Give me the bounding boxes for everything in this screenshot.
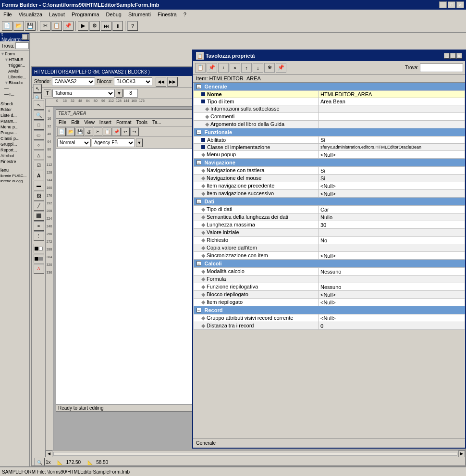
tree-item-librerie-ogg[interactable]: lbrerie di ogg... xyxy=(0,178,29,184)
scroll-left-btn[interactable]: ◀ xyxy=(46,451,52,457)
menu-help[interactable]: ? xyxy=(182,11,188,18)
draw-bar-h-btn[interactable]: ≡ xyxy=(34,221,44,231)
html-format-select[interactable]: Normal xyxy=(57,138,91,147)
menu-finestra[interactable]: Finestra xyxy=(156,11,178,18)
props-freeze-btn[interactable]: ❄ xyxy=(264,63,275,73)
toolbar-open-btn[interactable]: 📂 xyxy=(13,21,24,31)
draw-check-btn[interactable]: ☑ xyxy=(34,161,44,170)
tree-item-lenu[interactable]: lenu xyxy=(0,167,29,173)
color-white[interactable] xyxy=(39,247,43,251)
toolbar-compile-btn[interactable]: ⚙ xyxy=(89,21,100,31)
toolbar-save-btn[interactable]: 💾 xyxy=(25,21,36,31)
html-font-dd-btn[interactable]: ▼ xyxy=(136,138,143,147)
blocco-select[interactable]: BLOCK3 xyxy=(114,77,152,86)
html-cut-btn[interactable]: ✂ xyxy=(94,127,102,136)
props-maximize-btn[interactable]: □ xyxy=(450,53,456,59)
menu-strumenti[interactable]: Strumenti xyxy=(127,11,152,18)
tree-item-attr[interactable]: Attribut... xyxy=(0,153,29,159)
draw-arrow-btn[interactable]: ↖ xyxy=(34,100,44,110)
draw-rect-btn[interactable]: □ xyxy=(34,120,44,130)
maximize-button[interactable]: □ xyxy=(448,1,455,8)
draw-line-btn[interactable]: ╱ xyxy=(34,201,44,211)
menu-visualizza[interactable]: Visualizza xyxy=(17,11,44,18)
menu-programma[interactable]: Programma xyxy=(70,11,100,18)
html-menu-format[interactable]: Format xyxy=(115,119,133,125)
toolbar-cut-btn[interactable]: ✂ xyxy=(40,21,50,31)
funzionale-collapse-btn[interactable]: − xyxy=(196,130,201,135)
draw-circle-btn[interactable]: ○ xyxy=(34,140,44,150)
nav-find-btn[interactable]: ▶ xyxy=(30,42,30,49)
tree-item-avvisi[interactable]: Avvisi xyxy=(0,68,29,74)
tree-item-param[interactable]: Param... xyxy=(0,118,29,124)
scroll-track[interactable] xyxy=(53,452,457,456)
nav-minimize-btn[interactable]: _ xyxy=(22,34,28,40)
toolbar-run-btn[interactable]: ▶ xyxy=(78,21,88,31)
tree-item-htmle[interactable]: ▼HTMLE xyxy=(0,57,29,63)
zoom-icon[interactable]: 🔍 xyxy=(34,458,45,467)
tree-item-gruppi[interactable]: Gruppi... xyxy=(0,141,29,147)
draw-zoom-btn[interactable]: 🔍 xyxy=(34,110,44,120)
draw-field-btn[interactable]: ▬ xyxy=(34,181,44,190)
tree-item-menup[interactable]: Menu p... xyxy=(0,124,29,130)
props-delete-btn[interactable]: × xyxy=(230,63,240,73)
draw-scroll-btn[interactable]: ⬛ xyxy=(34,211,44,221)
props-table-container[interactable]: − Generale Nome HTMLEDITOR_AREA Tipo di … xyxy=(193,83,465,434)
sfondo-select[interactable]: CANVAS2 xyxy=(52,77,95,86)
form-ctrl-btn2[interactable]: ▶▶ xyxy=(167,77,178,87)
html-new-btn[interactable]: 📄 xyxy=(57,127,66,136)
props-add-btn[interactable]: + xyxy=(218,63,229,73)
props-down-btn[interactable]: ↓ xyxy=(253,63,263,73)
html-redo-btn[interactable]: ↪ xyxy=(130,127,139,136)
close-button[interactable]: × xyxy=(456,1,464,8)
color-palette-btn[interactable]: A xyxy=(34,264,44,274)
menu-layout[interactable]: Layout xyxy=(48,11,66,18)
tree-item-block2[interactable]: —T... xyxy=(0,91,29,97)
html-undo-btn[interactable]: ↩ xyxy=(121,127,130,136)
color-black[interactable] xyxy=(35,247,38,251)
nav-find-input[interactable] xyxy=(15,42,29,49)
props-copy-btn[interactable]: 📋 xyxy=(195,63,206,73)
props-paste-btn[interactable]: 📌 xyxy=(207,63,217,73)
html-menu-ta[interactable]: Ta... xyxy=(151,119,162,125)
html-paste-btn[interactable]: 📌 xyxy=(112,127,121,136)
html-save-btn[interactable]: 💾 xyxy=(75,127,84,136)
draw-bar-v-btn[interactable]: ⋮ xyxy=(34,231,44,241)
color-bg[interactable] xyxy=(39,257,43,261)
tree-item-editor[interactable]: Editor xyxy=(0,107,29,113)
props-find-input[interactable] xyxy=(420,63,463,72)
tree-item-form[interactable]: ▼Form xyxy=(0,51,29,57)
font-size-input[interactable] xyxy=(123,89,138,98)
font-dropdown-btn[interactable]: ▼ xyxy=(116,89,123,98)
tree-item-report[interactable]: Report... xyxy=(0,147,29,153)
scroll-right-btn[interactable]: ▶ xyxy=(458,451,465,457)
font-select[interactable]: Tahoma xyxy=(52,89,115,98)
toolbar-new-btn[interactable]: 📄 xyxy=(2,21,12,31)
color-fg[interactable] xyxy=(35,257,38,261)
toolbar-help-btn[interactable]: ? xyxy=(127,21,138,31)
tree-item-classi[interactable]: Classi p... xyxy=(0,136,29,141)
props-up-btn[interactable]: ↑ xyxy=(241,63,252,73)
menu-debug[interactable]: Debug xyxy=(105,11,123,18)
props-close-btn[interactable]: × xyxy=(456,53,462,59)
props-pin-btn[interactable]: 📌 xyxy=(276,63,286,73)
tree-item-librerie[interactable]: Librerie... xyxy=(0,74,29,80)
tree-item-sfondi[interactable]: Sfondi xyxy=(0,101,29,107)
html-font-select[interactable]: Agency FB xyxy=(92,138,135,147)
tool-select-btn[interactable]: ↖ xyxy=(33,84,42,93)
h-scrollbar[interactable]: ◀ ▶ xyxy=(46,450,465,457)
tree-item-blocchi[interactable]: ▼Blocchi xyxy=(0,80,29,86)
tree-item-progra[interactable]: Progra... xyxy=(0,130,29,136)
tree-item-librerie-pl[interactable]: lbrerie PL/SC... xyxy=(0,173,29,178)
menu-file[interactable]: File xyxy=(2,11,13,18)
props-minimize-btn[interactable]: _ xyxy=(444,53,450,59)
toolbar-pause-btn[interactable]: ⏸ xyxy=(112,21,123,31)
calcoli-collapse-btn[interactable]: − xyxy=(196,261,201,266)
html-copy-btn[interactable]: 📋 xyxy=(103,127,111,136)
tree-item-trigger[interactable]: Trigger... xyxy=(0,63,29,68)
html-menu-tools[interactable]: Tools xyxy=(135,119,148,125)
navigazione-collapse-btn[interactable]: − xyxy=(196,160,201,165)
generale-collapse-btn[interactable]: − xyxy=(196,84,201,89)
draw-round-rect-btn[interactable]: ▭ xyxy=(34,130,44,140)
record-collapse-btn[interactable]: − xyxy=(196,308,201,313)
draw-image-btn[interactable]: 🖼 xyxy=(34,191,44,200)
